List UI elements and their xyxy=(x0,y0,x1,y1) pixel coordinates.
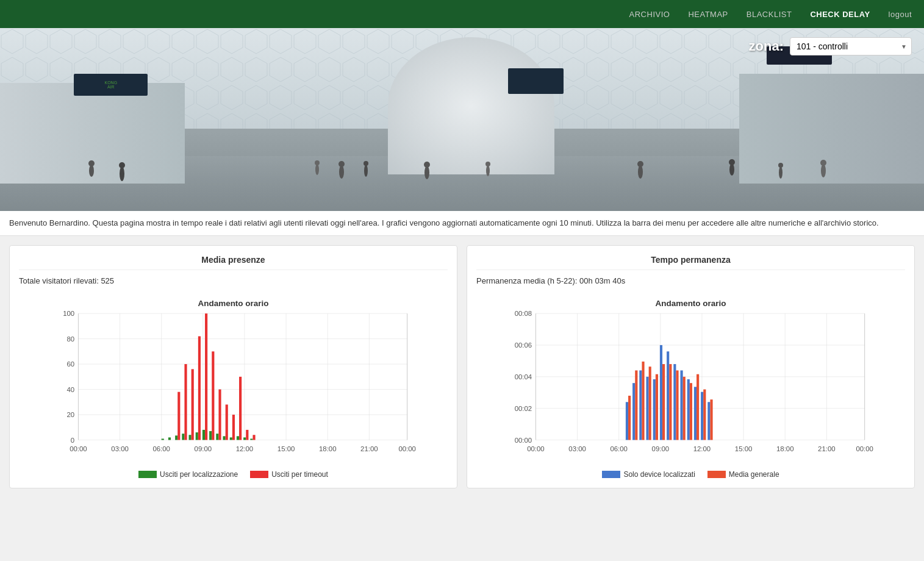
svg-text:00:04: 00:04 xyxy=(515,373,532,380)
svg-point-9 xyxy=(338,161,345,167)
svg-point-10 xyxy=(364,165,368,177)
svg-rect-113 xyxy=(642,361,644,440)
svg-point-15 xyxy=(485,162,490,166)
svg-point-21 xyxy=(778,163,783,168)
svg-text:00:08: 00:08 xyxy=(515,310,532,317)
svg-rect-127 xyxy=(690,383,692,440)
svg-rect-55 xyxy=(168,437,171,440)
svg-rect-131 xyxy=(703,389,706,440)
svg-point-22 xyxy=(821,164,826,177)
svg-point-3 xyxy=(88,160,95,166)
svg-text:03:00: 03:00 xyxy=(568,445,586,452)
svg-rect-109 xyxy=(628,395,631,440)
nav-check-delay[interactable]: CHECK DELAY xyxy=(810,10,870,19)
svg-rect-132 xyxy=(707,402,710,440)
svg-rect-129 xyxy=(697,374,699,440)
svg-rect-112 xyxy=(639,370,642,440)
svg-rect-111 xyxy=(635,370,637,440)
svg-text:80: 80 xyxy=(67,335,75,342)
chart-right-chart-title: Andamento orario xyxy=(656,298,726,307)
svg-text:00:00: 00:00 xyxy=(856,445,873,452)
svg-text:100: 100 xyxy=(63,310,74,317)
svg-rect-72 xyxy=(230,437,232,440)
svg-rect-118 xyxy=(660,345,662,440)
svg-point-23 xyxy=(820,160,826,166)
svg-rect-60 xyxy=(188,435,191,440)
svg-rect-76 xyxy=(243,437,246,440)
svg-rect-133 xyxy=(710,399,712,440)
chart-left-svg: Andamento orario xyxy=(19,295,448,465)
svg-point-5 xyxy=(119,162,125,168)
svg-rect-58 xyxy=(182,434,184,440)
svg-text:09:00: 09:00 xyxy=(195,445,212,452)
chart-right-svg: Andamento orario xyxy=(476,295,905,465)
navbar: ARCHIVIO HEATMAP BLACKLIST CHECK DELAY l… xyxy=(0,0,924,28)
svg-text:18:00: 18:00 xyxy=(776,445,794,452)
nav-archivio[interactable]: ARCHIVIO xyxy=(629,10,670,19)
svg-rect-69 xyxy=(218,389,221,440)
chart-left-legend: Usciti per localizzazione Usciti per tim… xyxy=(19,470,448,479)
svg-rect-116 xyxy=(653,379,656,440)
svg-text:00:06: 00:06 xyxy=(515,341,532,349)
chart-panel-left: Media presenze Totale visitatori rilevat… xyxy=(9,245,457,488)
svg-rect-122 xyxy=(673,364,676,440)
svg-rect-65 xyxy=(205,313,207,440)
svg-point-16 xyxy=(638,165,643,179)
svg-rect-67 xyxy=(212,351,214,440)
svg-rect-63 xyxy=(198,336,201,440)
legend-blue-label: Solo device localizzati xyxy=(623,470,695,479)
svg-text:18:00: 18:00 xyxy=(319,445,337,452)
svg-text:40: 40 xyxy=(67,385,75,393)
svg-text:09:00: 09:00 xyxy=(652,445,670,452)
chart-right-legend: Solo device localizzati Media generale xyxy=(476,470,905,479)
legend-red-label: Usciti per timeout xyxy=(271,470,328,479)
svg-point-20 xyxy=(779,166,783,179)
chart-left-chart-title: Andamento orario xyxy=(198,298,269,307)
svg-rect-78 xyxy=(250,438,252,440)
svg-rect-119 xyxy=(662,364,665,440)
chart-panel-right: Tempo permanenza Permanenza media (h 5-2… xyxy=(467,245,915,488)
svg-rect-71 xyxy=(226,404,228,440)
svg-point-6 xyxy=(315,164,319,175)
legend-green-label: Usciti per localizzazione xyxy=(160,470,238,479)
svg-rect-59 xyxy=(184,364,187,440)
svg-rect-68 xyxy=(216,434,218,440)
svg-text:00:00: 00:00 xyxy=(515,436,532,443)
svg-rect-115 xyxy=(649,366,651,440)
legend-green: Usciti per localizzazione xyxy=(138,470,238,479)
svg-point-17 xyxy=(637,161,643,167)
svg-point-12 xyxy=(424,166,429,179)
svg-rect-120 xyxy=(667,351,669,440)
svg-rect-125 xyxy=(683,376,686,440)
svg-text:0: 0 xyxy=(71,436,74,443)
svg-rect-64 xyxy=(202,429,205,440)
legend-orange-color xyxy=(707,471,726,478)
chart-right-title: Tempo permanenza xyxy=(476,255,905,270)
svg-rect-57 xyxy=(177,391,180,440)
svg-point-8 xyxy=(339,165,344,179)
zone-label: zona: xyxy=(749,38,784,54)
nav-blacklist[interactable]: BLACKLIST xyxy=(747,10,792,19)
nav-heatmap[interactable]: HEATMAP xyxy=(688,10,728,19)
zone-select[interactable]: 101 - controlli xyxy=(790,37,912,55)
svg-text:60: 60 xyxy=(67,360,75,368)
legend-orange: Media generale xyxy=(707,470,779,479)
svg-rect-121 xyxy=(669,364,672,440)
svg-rect-126 xyxy=(687,379,690,440)
svg-rect-108 xyxy=(626,402,628,440)
svg-text:21:00: 21:00 xyxy=(360,445,378,452)
svg-text:00:00: 00:00 xyxy=(398,445,416,452)
zone-bar: zona: 101 - controlli xyxy=(749,37,912,55)
nav-logout[interactable]: logout xyxy=(889,10,912,19)
svg-text:12:00: 12:00 xyxy=(236,445,254,452)
chart-left-subtitle: Totale visitatori rilevati: 525 xyxy=(19,276,448,285)
svg-text:00:00: 00:00 xyxy=(70,445,87,452)
chart-left-container: Andamento orario xyxy=(19,295,448,465)
svg-rect-79 xyxy=(252,435,255,440)
svg-rect-123 xyxy=(676,370,678,440)
legend-red-color xyxy=(250,471,268,478)
svg-text:20: 20 xyxy=(67,411,75,418)
legend-red: Usciti per timeout xyxy=(250,470,328,479)
legend-green-color xyxy=(138,471,157,478)
svg-text:15:00: 15:00 xyxy=(278,445,295,452)
